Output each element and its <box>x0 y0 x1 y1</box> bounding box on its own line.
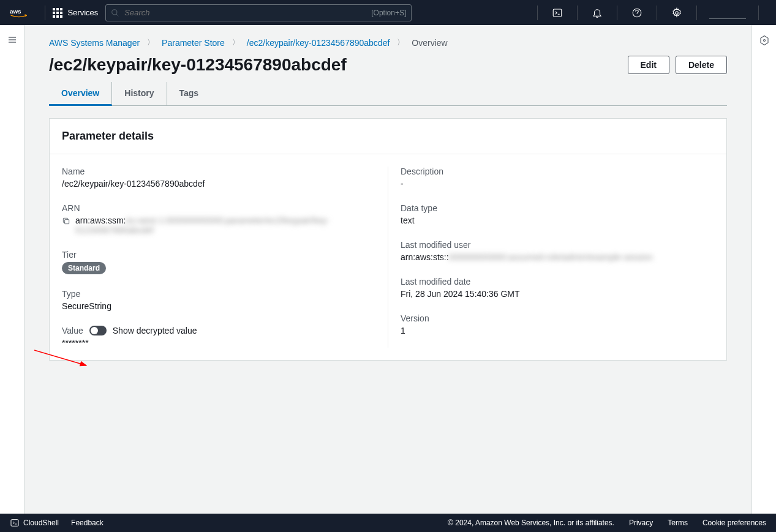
last-modified-user-value: arn:aws:sts::000000000000:assumed-role/a… <box>401 252 714 262</box>
panel-header: Parameter details <box>50 119 726 154</box>
divider <box>537 6 538 20</box>
side-nav-collapsed <box>0 25 24 514</box>
tab-history[interactable]: History <box>112 82 167 105</box>
hexagon-icon[interactable] <box>759 35 770 514</box>
breadcrumb-link[interactable]: /ec2/keypair/key-01234567890abcdef <box>247 38 390 48</box>
cloudshell-link[interactable]: CloudShell <box>10 518 59 528</box>
search-icon <box>111 9 119 17</box>
breadcrumb: AWS Systems Manager 〉 Parameter Store 〉 … <box>49 37 727 48</box>
last-modified-date-value: Fri, 28 Jun 2024 15:40:36 GMT <box>401 289 714 299</box>
tier-label: Tier <box>62 250 375 260</box>
svg-rect-10 <box>65 220 69 224</box>
page-actions: Edit Delete <box>628 56 727 74</box>
breadcrumb-link[interactable]: AWS Systems Manager <box>49 38 140 48</box>
help-icon-button[interactable] <box>625 1 649 25</box>
page-title: /ec2/keypair/key-01234567890abcdef <box>49 55 347 75</box>
panel-title: Parameter details <box>62 130 714 143</box>
svg-point-9 <box>763 40 765 42</box>
services-button[interactable]: Services <box>53 8 98 18</box>
region-selector[interactable] <box>709 7 746 19</box>
aws-logo[interactable]: aws <box>10 7 28 18</box>
version-value: 1 <box>401 326 714 335</box>
value-masked: ******** <box>62 338 375 348</box>
svg-point-1 <box>112 9 117 14</box>
value-label: Value <box>62 326 83 335</box>
tabs: Overview History Tags <box>49 82 727 106</box>
svg-line-2 <box>116 13 119 16</box>
terms-link[interactable]: Terms <box>668 519 688 527</box>
cookies-link[interactable]: Cookie preferences <box>703 519 766 527</box>
svg-text:aws: aws <box>10 7 21 14</box>
tab-tags[interactable]: Tags <box>167 82 211 105</box>
arn-value: arn:aws:ssm:eu-west-1:000000000000:param… <box>75 215 375 235</box>
breadcrumb-link[interactable]: Parameter Store <box>162 38 225 48</box>
top-nav: aws Services [Option+S] <box>0 0 776 25</box>
right-rail <box>752 25 776 514</box>
last-modified-date-label: Last modified date <box>401 277 714 287</box>
last-modified-user-label: Last modified user <box>401 240 714 250</box>
datatype-value: text <box>401 215 714 225</box>
search-input[interactable] <box>124 8 371 17</box>
type-label: Type <box>62 289 375 299</box>
name-value: /ec2/keypair/key-01234567890abcdef <box>62 179 375 189</box>
feedback-link[interactable]: Feedback <box>71 519 104 527</box>
settings-icon-button[interactable] <box>665 1 689 25</box>
breadcrumb-current: Overview <box>412 38 447 48</box>
divider <box>45 6 45 20</box>
copy-icon[interactable] <box>62 217 70 227</box>
services-label: Services <box>67 8 98 17</box>
cloudshell-icon-button[interactable] <box>545 1 570 25</box>
description-label: Description <box>401 167 714 176</box>
footer: CloudShell Feedback © 2024, Amazon Web S… <box>0 514 776 532</box>
name-label: Name <box>62 167 375 176</box>
divider <box>696 6 697 20</box>
show-decrypted-toggle[interactable] <box>89 326 107 335</box>
divider <box>577 6 578 20</box>
notifications-icon-button[interactable] <box>585 1 609 25</box>
arn-label: ARN <box>62 203 375 213</box>
chevron-right-icon: 〉 <box>232 37 239 48</box>
parameter-details-panel: Parameter details Name /ec2/keypair/key-… <box>49 118 727 361</box>
main-content: AWS Systems Manager 〉 Parameter Store 〉 … <box>24 25 752 514</box>
divider <box>617 6 617 20</box>
edit-button[interactable]: Edit <box>628 56 669 74</box>
copyright-text: © 2024, Amazon Web Services, Inc. or its… <box>448 519 614 527</box>
divider <box>657 6 657 20</box>
privacy-link[interactable]: Privacy <box>629 519 653 527</box>
tier-badge: Standard <box>62 262 106 274</box>
hamburger-icon[interactable] <box>7 35 17 514</box>
show-decrypted-label: Show decrypted value <box>113 326 197 335</box>
apps-icon <box>53 8 62 18</box>
datatype-label: Data type <box>401 203 714 213</box>
page-header: /ec2/keypair/key-01234567890abcdef Edit … <box>49 55 727 75</box>
search-box[interactable]: [Option+S] <box>105 4 412 21</box>
description-value: - <box>401 179 714 189</box>
chevron-right-icon: 〉 <box>147 37 154 48</box>
divider <box>758 6 759 20</box>
type-value: SecureString <box>62 301 375 311</box>
chevron-right-icon: 〉 <box>397 37 404 48</box>
svg-point-5 <box>676 11 679 14</box>
search-hint: [Option+S] <box>371 9 406 17</box>
delete-button[interactable]: Delete <box>676 56 727 74</box>
version-label: Version <box>401 313 714 323</box>
tab-overview[interactable]: Overview <box>49 82 112 106</box>
